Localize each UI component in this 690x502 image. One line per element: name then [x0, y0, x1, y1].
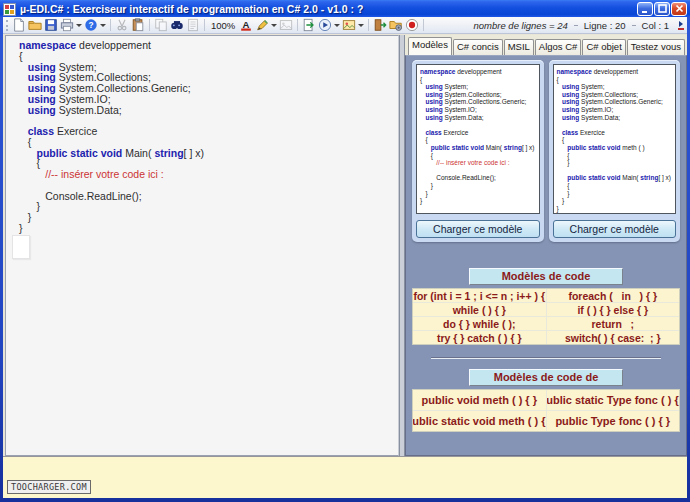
tab-c#-concis[interactable]: C# concis — [453, 39, 503, 55]
titlebar[interactable]: µ-EDI.C# : Exerciseur interactif de prog… — [0, 0, 690, 17]
code-models-header: Modèles de code — [469, 268, 623, 285]
export-button[interactable] — [301, 18, 317, 33]
model-previews-row: namespace developpement{ using System; u… — [412, 56, 680, 242]
code-line: using System.Collections.Generic; — [557, 98, 676, 106]
main-area: namespace developpement{ using System; u… — [3, 34, 687, 456]
code-line: namespace developpement — [557, 68, 676, 76]
code-template-cell[interactable]: public Type fonc ( ) { } — [547, 411, 680, 431]
code-line: { — [420, 136, 539, 144]
help-button[interactable]: ? — [83, 18, 107, 33]
code-line: class Exercice — [420, 129, 539, 137]
code-line: //-- insérer votre code ici : — [420, 159, 539, 167]
tab-mod-les[interactable]: Modèles — [408, 37, 452, 55]
print-button[interactable] — [59, 18, 83, 33]
code-line: public static void Main( string[ ] x) — [19, 148, 398, 159]
toolbar-separator — [149, 19, 150, 31]
code-line: public static void Main( string[ ] x) — [420, 144, 539, 152]
code-line: using System.Data; — [557, 114, 676, 122]
cut-button[interactable] — [114, 18, 130, 33]
minimize-button[interactable] — [637, 2, 653, 16]
code-line: using System.Data; — [420, 114, 539, 122]
code-line: using System; — [557, 83, 676, 91]
tab-c#-objet[interactable]: C# objet — [582, 39, 625, 55]
status-separator — [574, 25, 578, 26]
code-line: } — [19, 223, 398, 234]
open-folder-button[interactable] — [27, 18, 43, 33]
code-line: { — [557, 182, 676, 190]
save-button[interactable] — [43, 18, 59, 33]
code-template-cell[interactable]: public static void meth ( ) { } — [413, 411, 546, 431]
load-model1-button[interactable]: Charger ce modèle — [416, 220, 540, 238]
toolbar-overflow-icon[interactable] — [676, 19, 686, 32]
find-button[interactable] — [169, 18, 185, 33]
pen-dropdown-icon[interactable] — [271, 24, 277, 27]
code-template-cell[interactable]: do { } while ( ); — [413, 317, 546, 330]
method-models-header: Modèles de code de — [469, 369, 623, 386]
code-template-cell[interactable]: public void meth ( ) { } — [413, 390, 546, 410]
code-line: namespace developpement — [19, 40, 398, 51]
code-line: public static void meth ( ) — [557, 144, 676, 152]
font-color-button[interactable]: A — [238, 18, 254, 33]
code-line: class Exercice — [19, 126, 398, 137]
code-line — [420, 167, 539, 175]
help-dropdown-icon[interactable] — [100, 24, 106, 27]
watermark: TOOCHARGER.COM — [7, 480, 91, 494]
code-line — [420, 121, 539, 129]
code-template-cell[interactable]: while ( ) { } — [413, 303, 546, 316]
current-col-label: Col : 1 — [642, 20, 669, 31]
code-line: using System.Collections.Generic; — [420, 98, 539, 106]
code-line: public static void Main( string[ ] x) — [557, 174, 676, 182]
folder-settings-button[interactable] — [388, 18, 404, 33]
code-template-cell[interactable]: if ( ) { } else { } — [547, 303, 680, 316]
play-button[interactable] — [317, 18, 341, 33]
code-line — [557, 121, 676, 129]
svg-text:A: A — [243, 19, 250, 30]
code-line: } — [420, 182, 539, 190]
picture-button[interactable] — [278, 18, 294, 33]
print-dropdown-icon[interactable] — [76, 24, 82, 27]
model2-group: namespace developpement{ using System; u… — [549, 60, 681, 242]
code-line: } — [557, 197, 676, 205]
new-file-button[interactable] — [11, 18, 27, 33]
code-editor[interactable]: namespace developpement{ using System; u… — [5, 35, 399, 456]
toolbar-grip[interactable] — [6, 20, 8, 31]
code-template-cell[interactable]: for (int i = 1 ; i <= n ; i++ ) { — [413, 289, 546, 302]
record-button[interactable] — [404, 18, 420, 33]
model1-group: namespace developpement{ using System; u… — [412, 60, 544, 242]
code-line: } — [420, 190, 539, 198]
code-line: } — [557, 159, 676, 167]
code-line: using System.IO; — [420, 106, 539, 114]
code-line: } — [19, 212, 398, 223]
code-template-cell[interactable]: foreach ( in ) { } — [547, 289, 680, 302]
tab-msil[interactable]: MSIL — [504, 39, 534, 55]
code-line: namespace developpement — [420, 68, 539, 76]
exit-button[interactable] — [372, 18, 388, 33]
editor-code: namespace developpement{ using System; u… — [6, 36, 398, 234]
tab-testez-vous[interactable]: Testez vous — [627, 39, 685, 55]
photo-mail-button[interactable] — [341, 18, 365, 33]
pen-button[interactable] — [254, 18, 278, 33]
toolbar-separator — [423, 19, 424, 31]
close-button[interactable] — [671, 2, 687, 16]
maximize-button[interactable] — [654, 2, 670, 16]
code-template-cell[interactable]: try { } catch ( ) { } — [413, 331, 546, 344]
tab-algos-c#[interactable]: Algos C# — [535, 39, 582, 55]
copy-button[interactable] — [153, 18, 169, 33]
code-line: using System; — [420, 83, 539, 91]
photo-mail-dropdown-icon[interactable] — [358, 24, 364, 27]
tab-page-modeles: namespace developpement{ using System; u… — [405, 55, 687, 456]
toolbar-separator — [368, 19, 369, 31]
play-dropdown-icon[interactable] — [334, 24, 340, 27]
load-model2-button[interactable]: Charger ce modèle — [553, 220, 677, 238]
code-template-cell[interactable]: return ; — [547, 317, 680, 330]
toolbar: ? 100% A — [3, 17, 687, 34]
zoom-level-label[interactable]: 100% — [211, 20, 235, 31]
paste-button[interactable] — [130, 18, 146, 33]
toolbar-separator — [204, 19, 205, 31]
svg-text:?: ? — [88, 20, 93, 30]
code-line: } — [420, 197, 539, 205]
preview-button[interactable] — [185, 18, 201, 33]
code-template-cell[interactable]: public static Type fonc ( ) { } — [547, 390, 680, 410]
model1-preview: namespace developpement{ using System; u… — [416, 64, 540, 214]
code-template-cell[interactable]: switch( ) { case: ; } — [547, 331, 680, 344]
